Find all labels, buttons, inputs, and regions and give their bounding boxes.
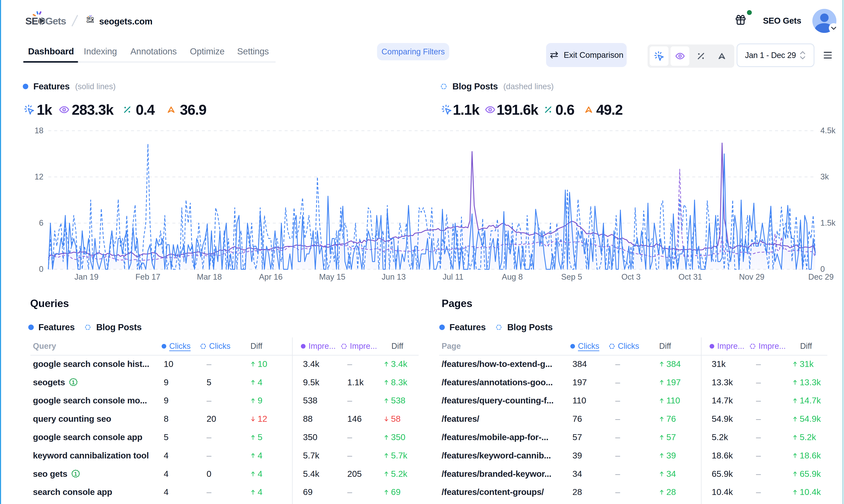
svg-text:Apr 16: Apr 16 bbox=[259, 272, 283, 281]
svg-text:6: 6 bbox=[39, 218, 43, 227]
svg-text:Mar 18: Mar 18 bbox=[197, 272, 222, 281]
svg-text:12: 12 bbox=[35, 172, 43, 181]
svg-text:Oct 3: Oct 3 bbox=[621, 272, 640, 281]
svg-text:4.5k: 4.5k bbox=[820, 126, 836, 135]
svg-text:May 15: May 15 bbox=[319, 272, 346, 281]
svg-text:Nov 29: Nov 29 bbox=[739, 272, 764, 281]
svg-text:Dec 29: Dec 29 bbox=[808, 272, 834, 281]
svg-text:Aug 8: Aug 8 bbox=[502, 272, 523, 281]
svg-text:Jul 11: Jul 11 bbox=[443, 272, 463, 281]
svg-text:3k: 3k bbox=[820, 172, 829, 181]
svg-text:18: 18 bbox=[35, 126, 43, 135]
svg-text:Sep 5: Sep 5 bbox=[561, 272, 582, 281]
svg-text:0: 0 bbox=[39, 265, 43, 273]
svg-text:1: 1 bbox=[74, 471, 77, 477]
svg-text:1: 1 bbox=[72, 379, 75, 385]
svg-text:Jan 19: Jan 19 bbox=[74, 272, 99, 281]
svg-text:Oct 31: Oct 31 bbox=[679, 272, 702, 281]
svg-text:Feb 17: Feb 17 bbox=[136, 272, 160, 281]
svg-text:1.5k: 1.5k bbox=[820, 218, 836, 227]
svg-text:0: 0 bbox=[820, 265, 825, 273]
svg-text:Jun 13: Jun 13 bbox=[382, 272, 406, 281]
